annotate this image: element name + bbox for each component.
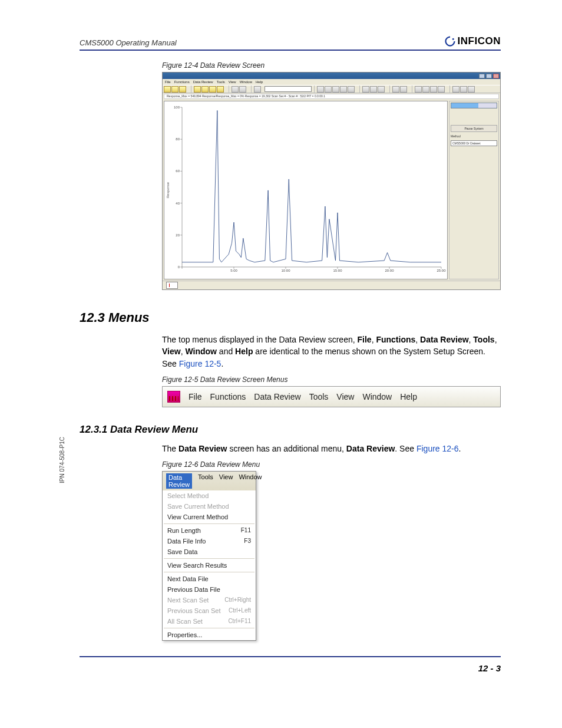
toolbar-button[interactable] bbox=[378, 86, 385, 93]
menu-window[interactable]: Window bbox=[240, 80, 252, 84]
svg-text:0: 0 bbox=[178, 265, 180, 269]
toolbar-button[interactable] bbox=[201, 86, 209, 93]
fig-12-5-caption: Figure 12-5 Data Review Screen Menus bbox=[162, 375, 501, 384]
chromatogram-chart: 5:0010:0015:0020:0025:00 020406080100 Re… bbox=[164, 101, 448, 279]
toolbar-button[interactable] bbox=[325, 86, 332, 93]
status-line: Response_Max = 549,894 Response/Response… bbox=[164, 94, 499, 99]
menu-functions[interactable]: Functions bbox=[174, 80, 190, 84]
menu-separator bbox=[164, 523, 254, 524]
app-menubar: File Functions Data Review Tools View Wi… bbox=[163, 79, 500, 85]
side-panel: Pause System Method CMS5000 Dr Dataset bbox=[449, 101, 499, 279]
data-review-dropdown: Data Review Tools View Window Select Met… bbox=[162, 471, 256, 641]
toolbar-button[interactable] bbox=[468, 86, 475, 93]
toolbar-button[interactable] bbox=[239, 86, 246, 93]
menu-item[interactable]: Data File InfoF3 bbox=[163, 536, 256, 546]
menu-file[interactable]: File bbox=[189, 392, 202, 401]
maximize-icon[interactable] bbox=[486, 74, 492, 78]
menu-file[interactable]: File bbox=[165, 80, 171, 84]
menu-item[interactable]: Previous Data File bbox=[163, 584, 256, 595]
doc-title: CMS5000 Operating Manual bbox=[80, 38, 177, 47]
toolbar-dropdown[interactable] bbox=[265, 86, 312, 92]
brand-logo: INFICON bbox=[445, 35, 501, 47]
toolbar-button[interactable] bbox=[415, 86, 422, 93]
menu-window[interactable]: Window bbox=[239, 473, 262, 489]
toolbar-button[interactable] bbox=[460, 86, 467, 93]
menu-view[interactable]: View bbox=[229, 80, 236, 84]
svg-text:40: 40 bbox=[176, 201, 180, 205]
menu-view[interactable]: View bbox=[336, 392, 354, 401]
toolbar-button[interactable] bbox=[362, 86, 369, 93]
menu-item[interactable]: View Current Method bbox=[163, 512, 256, 522]
toolbar-button[interactable] bbox=[217, 86, 224, 93]
mini-chart-icon[interactable] bbox=[166, 282, 178, 289]
svg-text:10:00: 10:00 bbox=[282, 269, 291, 272]
section-12-3-text: The top menus displayed in the Data Revi… bbox=[162, 334, 501, 370]
page-header: CMS5000 Operating Manual INFICON bbox=[80, 35, 501, 51]
toolbar-button[interactable] bbox=[430, 86, 437, 93]
svg-point-0 bbox=[452, 38, 454, 40]
progress-bar bbox=[451, 103, 497, 108]
toolbar-button[interactable] bbox=[209, 86, 216, 93]
menu-item[interactable]: View Search Results bbox=[163, 560, 256, 571]
toolbar-button[interactable] bbox=[194, 86, 201, 93]
close-icon[interactable] bbox=[493, 74, 499, 78]
data-review-screenshot: File Functions Data Review Tools View Wi… bbox=[162, 72, 501, 290]
svg-text:20:00: 20:00 bbox=[385, 269, 395, 272]
method-label: Method bbox=[451, 134, 497, 138]
toolbar-button[interactable] bbox=[254, 86, 261, 93]
toolbar-button[interactable] bbox=[164, 86, 171, 93]
y-axis-label: Response bbox=[166, 182, 170, 198]
menu-tools[interactable]: Tools bbox=[198, 473, 213, 489]
toolbar-button[interactable] bbox=[438, 86, 445, 93]
menu-functions[interactable]: Functions bbox=[210, 392, 246, 401]
toolbar-button[interactable] bbox=[400, 86, 407, 93]
toolbar-button[interactable] bbox=[422, 86, 429, 93]
ipn-code: IPN 074-508-P1C bbox=[59, 437, 65, 483]
pause-system-button[interactable]: Pause System bbox=[451, 125, 497, 132]
menu-item[interactable]: Next Data File bbox=[163, 574, 256, 584]
section-12-3-1-text: The Data Review screen has an additional… bbox=[162, 443, 501, 454]
menu-item[interactable]: Properties... bbox=[163, 630, 256, 640]
menu-item[interactable]: Run LengthF11 bbox=[163, 525, 256, 536]
brand-swirl-icon bbox=[445, 36, 455, 47]
dropdown-menubar: Data Review Tools View Window bbox=[163, 472, 256, 490]
menu-item: Previous Scan SetCtrl+Left bbox=[163, 605, 256, 616]
menu-help[interactable]: Help bbox=[256, 80, 263, 84]
menu-item: Save Current Method bbox=[163, 501, 256, 512]
fig-12-4-caption: Figure 12-4 Data Review Screen bbox=[162, 61, 501, 70]
toolbar-button[interactable] bbox=[232, 86, 239, 93]
section-12-3-1-title: 12.3.1 Data Review Menu bbox=[80, 424, 501, 436]
link-fig-12-5[interactable]: Figure 12-5 bbox=[179, 359, 222, 368]
link-fig-12-6[interactable]: Figure 12-6 bbox=[416, 444, 459, 453]
menu-help[interactable]: Help bbox=[400, 392, 417, 401]
page-number: 12 - 3 bbox=[80, 663, 501, 673]
window-titlebar bbox=[163, 73, 500, 79]
toolbar-button[interactable] bbox=[340, 86, 347, 93]
toolbar-button[interactable] bbox=[317, 86, 324, 93]
menu-data-review[interactable]: Data Review bbox=[254, 392, 300, 401]
svg-text:20: 20 bbox=[176, 233, 180, 236]
fig-12-6-caption: Figure 12-6 Data Review Menu bbox=[162, 460, 501, 469]
menu-data-review[interactable]: Data Review bbox=[193, 80, 213, 84]
svg-text:25:00: 25:00 bbox=[437, 269, 447, 272]
method-field[interactable]: CMS5000 Dr Dataset bbox=[451, 140, 497, 146]
minimize-icon[interactable] bbox=[479, 74, 485, 78]
toolbar-button[interactable] bbox=[332, 86, 339, 93]
menu-tools[interactable]: Tools bbox=[217, 80, 225, 84]
menu-data-review-selected[interactable]: Data Review bbox=[166, 473, 192, 489]
toolbar-button[interactable] bbox=[179, 86, 186, 93]
menu-item[interactable]: Save Data bbox=[163, 546, 256, 557]
svg-text:15:00: 15:00 bbox=[333, 269, 343, 272]
toolbar-button[interactable] bbox=[452, 86, 459, 93]
menu-item: Next Scan SetCtrl+Right bbox=[163, 595, 256, 605]
menu-separator bbox=[164, 558, 254, 559]
toolbar-button[interactable] bbox=[392, 86, 399, 93]
menu-item: All Scan SetCtrl+F11 bbox=[163, 616, 256, 627]
toolbar-button[interactable] bbox=[171, 86, 178, 93]
bottom-strip bbox=[163, 281, 500, 289]
toolbar-button[interactable] bbox=[370, 86, 377, 93]
menu-tools[interactable]: Tools bbox=[309, 392, 329, 401]
menu-view[interactable]: View bbox=[219, 473, 233, 489]
menu-window[interactable]: Window bbox=[362, 392, 392, 401]
toolbar-button[interactable] bbox=[348, 86, 355, 93]
